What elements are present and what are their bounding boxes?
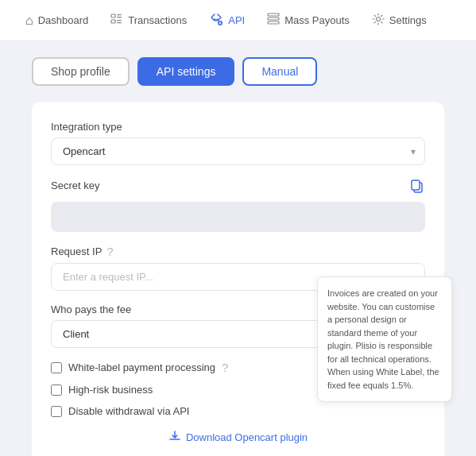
secret-key-group: Secret key — [51, 178, 425, 232]
settings-icon — [372, 13, 385, 29]
download-plugin-link[interactable]: Download Opencart plugin — [51, 430, 425, 445]
svg-rect-5 — [117, 22, 122, 23]
svg-point-10 — [376, 17, 380, 21]
white-label-help-icon[interactable]: ? — [222, 361, 228, 374]
download-plugin-label: Download Opencart plugin — [186, 431, 308, 443]
nav-settings[interactable]: Settings — [362, 8, 436, 33]
svg-rect-8 — [268, 17, 279, 20]
api-icon — [209, 12, 223, 29]
integration-type-select-wrap: Opencart WooCommerce Magento PrestaShop … — [51, 137, 425, 165]
checkbox-high-risk[interactable] — [51, 385, 62, 396]
nav-transactions[interactable]: Transactions — [101, 8, 196, 33]
svg-rect-4 — [117, 20, 122, 21]
top-navigation: Dashboard Transactions API Mass Payouts … — [0, 0, 476, 41]
svg-rect-2 — [117, 14, 122, 15]
checkbox-disable-withdrawal[interactable] — [51, 406, 62, 417]
integration-type-label: Integration type — [51, 121, 425, 133]
tab-shop-profile[interactable]: Shop profile — [32, 57, 130, 86]
checkbox-high-risk-text: High-risk business — [68, 384, 153, 396]
tabs-row: Shop profile API settings Manual — [32, 57, 444, 86]
svg-rect-7 — [268, 14, 279, 16]
checkbox-white-label[interactable] — [51, 362, 62, 373]
svg-rect-3 — [117, 17, 122, 17]
main-content: Shop profile API settings Manual Integra… — [0, 41, 476, 456]
secret-key-label: Secret key — [51, 180, 99, 191]
request-ip-label: Request IP ? — [51, 245, 425, 258]
download-icon — [168, 430, 181, 445]
nav-api[interactable]: API — [199, 7, 254, 34]
nav-api-label: API — [228, 14, 245, 26]
checkbox-disable-withdrawal-text: Disable withdrawal via API — [68, 405, 189, 417]
request-ip-help-icon[interactable]: ? — [106, 245, 113, 258]
transactions-icon — [110, 13, 123, 29]
nav-transactions-label: Transactions — [128, 14, 187, 26]
nav-mass-payouts-label: Mass Payouts — [284, 14, 350, 26]
tab-api-settings[interactable]: API settings — [137, 57, 235, 86]
mass-payouts-icon — [267, 13, 280, 29]
copy-icon[interactable] — [409, 178, 425, 197]
svg-rect-0 — [111, 14, 115, 17]
home-icon — [25, 14, 33, 28]
secret-key-field — [51, 202, 425, 232]
nav-settings-label: Settings — [389, 14, 427, 26]
checkbox-white-label-text: White-label payment processing — [68, 361, 215, 373]
tooltip-text: Invoices are created on your website. Yo… — [327, 288, 439, 390]
nav-mass-payouts[interactable]: Mass Payouts — [257, 8, 359, 33]
integration-type-select[interactable]: Opencart WooCommerce Magento PrestaShop … — [51, 137, 425, 165]
nav-dashboard-label: Dashboard — [38, 14, 89, 26]
tooltip-box: Invoices are created on your website. Yo… — [317, 276, 452, 402]
api-settings-card: Integration type Opencart WooCommerce Ma… — [32, 102, 444, 456]
svg-rect-12 — [412, 180, 420, 190]
svg-rect-1 — [111, 20, 115, 23]
nav-dashboard[interactable]: Dashboard — [16, 9, 98, 33]
svg-rect-9 — [268, 21, 279, 24]
secret-key-row: Secret key — [51, 178, 425, 197]
tab-manual[interactable]: Manual — [242, 57, 317, 86]
integration-type-group: Integration type Opencart WooCommerce Ma… — [51, 121, 425, 165]
checkbox-disable-withdrawal-row: Disable withdrawal via API — [51, 405, 425, 417]
